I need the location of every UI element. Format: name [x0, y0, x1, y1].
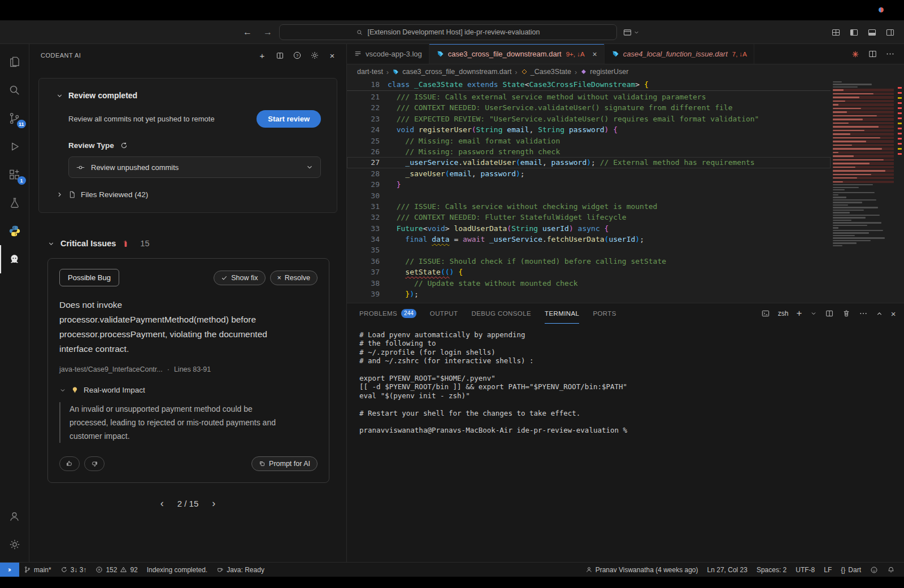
gear-icon[interactable] — [310, 50, 320, 60]
close-panel-icon[interactable]: × — [891, 309, 896, 319]
more-actions-icon[interactable] — [859, 309, 868, 318]
feedback-smiley-icon[interactable] — [866, 563, 883, 577]
code-line[interactable]: 37 setState(() { — [347, 267, 831, 277]
toggle-secondary-sidebar-icon[interactable] — [885, 28, 895, 37]
forward-icon[interactable]: → — [263, 27, 272, 37]
refresh-icon[interactable] — [120, 141, 128, 150]
code-line[interactable]: 35 — [347, 245, 831, 255]
activity-testing[interactable] — [0, 189, 29, 217]
tab-output[interactable]: OUTPUT — [430, 303, 458, 324]
breadcrumb-class[interactable]: _Case3State — [521, 68, 571, 76]
tab-debug-console[interactable]: DEBUG CONSOLE — [471, 303, 531, 324]
editor-tab[interactable]: case3_cross_file_downstream.dart9+, ↓A× — [429, 44, 605, 64]
terminal-view[interactable]: # Load pyenv automatically by appending … — [347, 324, 904, 562]
issue-file-path[interactable]: java-test/Case9_InterfaceContr... — [59, 365, 163, 373]
chevron-down-icon[interactable] — [56, 92, 63, 99]
code-line[interactable]: 33 Future<void> loadUserData(String user… — [347, 223, 831, 234]
minimap[interactable] — [833, 81, 894, 303]
new-terminal-icon[interactable]: + — [797, 308, 802, 319]
notifications-bell-icon[interactable] — [883, 563, 899, 577]
review-type-dropdown[interactable]: Review unpushed commits — [68, 156, 321, 178]
code-line[interactable]: 32 /// CONTEXT NEEDED: Flutter StatefulW… — [347, 212, 831, 223]
previous-issue-icon[interactable]: ‹ — [160, 498, 164, 509]
breadcrumb-method[interactable]: registerUser — [580, 68, 628, 76]
close-tab-icon[interactable]: × — [593, 50, 597, 59]
maximize-panel-icon[interactable] — [876, 310, 883, 317]
thumbs-up-button[interactable] — [59, 456, 80, 471]
chevron-down-icon[interactable] — [810, 310, 817, 317]
code-line[interactable]: 38 // Update state without mounted check — [347, 278, 831, 289]
tab-terminal[interactable]: TERMINAL — [545, 303, 579, 324]
code-line[interactable]: 18class _Case3State extends State<Case3C… — [347, 79, 831, 90]
more-actions-icon[interactable] — [885, 49, 895, 59]
terminal-output[interactable]: # Load pyenv automatically by appending … — [359, 330, 904, 435]
shell-name[interactable]: zsh — [778, 310, 789, 317]
command-center-search[interactable]: [Extension Development Host] ide-pr-revi… — [279, 24, 617, 40]
next-issue-icon[interactable]: › — [212, 498, 215, 509]
code-line[interactable]: 30 — [347, 190, 831, 201]
cursor-position[interactable]: Ln 27, Col 23 — [703, 563, 752, 577]
breadcrumb-folder[interactable]: dart-test — [357, 68, 383, 76]
code-line[interactable]: 36 // ISSUE: Should check if (mounted) b… — [347, 256, 831, 267]
show-fix-button[interactable]: Show fix — [214, 271, 265, 285]
activity-extensions[interactable]: 1 — [0, 160, 29, 189]
activity-python[interactable] — [0, 217, 29, 245]
activity-codeant[interactable] — [0, 245, 29, 273]
prompt-for-ai-button[interactable]: Prompt for AI — [251, 456, 318, 471]
activity-settings-gear-icon[interactable] — [0, 530, 29, 559]
editor-tab[interactable]: case4_local_function_issue.dart7, ↓A — [605, 44, 754, 64]
toggle-panel-icon[interactable] — [867, 28, 877, 37]
thumbs-down-button[interactable] — [84, 456, 105, 471]
code-line[interactable]: 21 /// ISSUE: Calls external service met… — [347, 92, 831, 102]
sync-status[interactable]: 3↓ 3↑ — [56, 563, 92, 577]
code-lines[interactable]: 21 /// ISSUE: Calls external service met… — [347, 92, 831, 299]
files-reviewed-row[interactable]: Files Reviewed (42) — [56, 190, 321, 199]
tab-problems[interactable]: PROBLEMS 244 — [359, 303, 416, 324]
activity-run-debug[interactable] — [0, 132, 29, 160]
code-line[interactable]: 22 /// CONTEXT NEEDED: UserService.valid… — [347, 102, 831, 113]
resolve-button[interactable]: × Resolve — [270, 271, 318, 285]
activity-account[interactable] — [0, 502, 29, 530]
code-line[interactable]: 31 /// ISSUE: Calls service without chec… — [347, 201, 831, 212]
customize-layout-icon[interactable] — [831, 28, 841, 37]
code-line[interactable]: 34 final data = await _userService.fetch… — [347, 234, 831, 245]
toggle-primary-sidebar-icon[interactable] — [849, 28, 859, 37]
help-icon[interactable]: ? — [292, 50, 302, 60]
tab-ports[interactable]: PORTS — [593, 303, 616, 324]
split-editor-icon[interactable] — [868, 49, 877, 59]
code-line[interactable]: 39 }); — [347, 289, 831, 299]
indentation-status[interactable]: Spaces: 2 — [752, 563, 791, 577]
activity-explorer[interactable] — [0, 47, 29, 76]
code-line[interactable]: 24 void registerUser(String email, Strin… — [347, 124, 831, 135]
remote-indicator[interactable] — [0, 563, 19, 577]
code-line[interactable]: 25 // Missing: email format validation — [347, 136, 831, 146]
problems-status[interactable]: 152 92 — [91, 563, 142, 577]
eol-status[interactable]: LF — [819, 563, 836, 577]
breadcrumb-file[interactable]: case3_cross_file_downstream.dart — [392, 68, 511, 76]
kill-terminal-trash-icon[interactable] — [842, 309, 851, 318]
code-line[interactable]: 23 /// EXPECTED REVIEW: "UserService.val… — [347, 114, 831, 124]
sticky-scroll-line[interactable]: 18class _Case3State extends State<Case3C… — [347, 79, 831, 91]
layout-dropdown-icon[interactable] — [623, 28, 632, 37]
chevron-down-icon[interactable] — [633, 29, 640, 36]
board-icon[interactable] — [275, 50, 285, 60]
java-status[interactable]: Java: Ready — [212, 563, 269, 577]
code-line[interactable]: 28 _saveUser(email, password); — [347, 168, 831, 179]
branch-status[interactable]: main* — [19, 563, 56, 577]
close-icon[interactable]: × — [327, 50, 337, 60]
impact-section-header[interactable]: Real-world Impact — [59, 386, 318, 394]
terminal-shell-icon[interactable] — [761, 309, 770, 318]
add-icon[interactable]: + — [257, 50, 267, 60]
critical-issues-header[interactable]: Critical Issues 15 — [47, 239, 346, 248]
start-review-button[interactable]: Start review — [257, 110, 321, 128]
codeant-review-icon[interactable] — [851, 50, 860, 59]
code-line[interactable]: 27 _userService.validateUser(email, pass… — [347, 157, 831, 168]
editor-tab[interactable]: vscode-app-3.log — [347, 44, 429, 64]
back-icon[interactable]: ← — [243, 27, 252, 37]
code-line[interactable]: 26 // Missing: password strength check — [347, 146, 831, 157]
activity-source-control[interactable]: 11 — [0, 104, 29, 132]
activity-search[interactable] — [0, 76, 29, 104]
encoding-status[interactable]: UTF-8 — [791, 563, 819, 577]
language-mode[interactable]: {} Dart — [836, 563, 866, 577]
overview-ruler[interactable] — [897, 79, 903, 303]
